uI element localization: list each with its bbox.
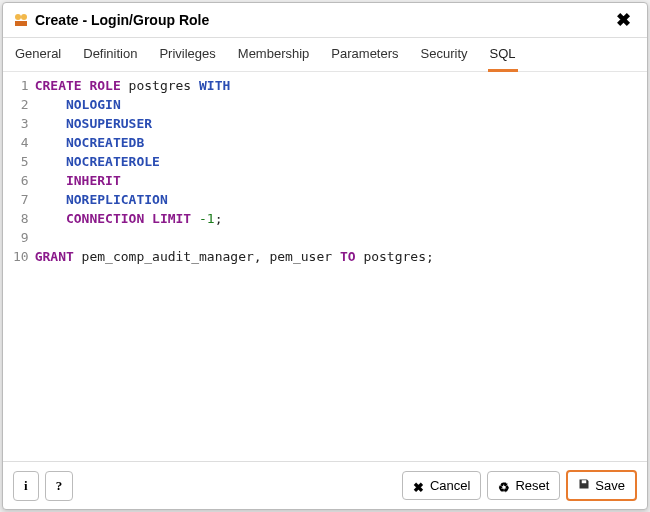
tab-privileges[interactable]: Privileges (157, 38, 217, 71)
tab-definition[interactable]: Definition (81, 38, 139, 71)
svg-point-1 (21, 14, 27, 20)
footer: i ? ✖ Cancel ♻ Reset Save (3, 461, 647, 509)
info-icon: i (24, 478, 28, 494)
titlebar: Create - Login/Group Role ✖ (3, 3, 647, 38)
line-gutter: 12345678910 (3, 76, 35, 461)
code-line: NOLOGIN (35, 95, 637, 114)
save-button[interactable]: Save (566, 470, 637, 501)
code-line: CREATE ROLE postgres WITH (35, 76, 637, 95)
reset-button[interactable]: ♻ Reset (487, 471, 560, 500)
tab-security[interactable]: Security (419, 38, 470, 71)
info-button[interactable]: i (13, 471, 39, 501)
cancel-button[interactable]: ✖ Cancel (402, 471, 481, 500)
tab-membership[interactable]: Membership (236, 38, 312, 71)
close-icon[interactable]: ✖ (610, 9, 637, 31)
recycle-icon: ♻ (498, 480, 510, 492)
code-line: NOSUPERUSER (35, 114, 637, 133)
save-icon (578, 478, 590, 493)
cancel-icon: ✖ (413, 480, 425, 492)
code-content: CREATE ROLE postgres WITH NOLOGIN NOSUPE… (35, 76, 647, 461)
help-button[interactable]: ? (45, 471, 74, 501)
save-label: Save (595, 478, 625, 493)
reset-label: Reset (515, 478, 549, 493)
svg-point-0 (15, 14, 21, 20)
dialog-title: Create - Login/Group Role (35, 12, 610, 28)
tabs: General Definition Privileges Membership… (3, 38, 647, 72)
svg-rect-3 (21, 21, 27, 26)
create-role-dialog: Create - Login/Group Role ✖ General Defi… (2, 2, 648, 510)
sql-editor[interactable]: 12345678910 CREATE ROLE postgres WITH NO… (3, 72, 647, 461)
tab-sql[interactable]: SQL (488, 38, 518, 72)
help-icon: ? (56, 478, 63, 494)
tab-parameters[interactable]: Parameters (329, 38, 400, 71)
role-icon (13, 12, 29, 28)
svg-rect-2 (15, 21, 21, 26)
code-line: INHERIT (35, 171, 637, 190)
code-line: NOREPLICATION (35, 190, 637, 209)
code-line: NOCREATEROLE (35, 152, 637, 171)
code-line: GRANT pem_comp_audit_manager, pem_user T… (35, 247, 637, 266)
code-line: CONNECTION LIMIT -1; (35, 209, 637, 228)
code-line: NOCREATEDB (35, 133, 637, 152)
code-line (35, 228, 637, 247)
tab-general[interactable]: General (13, 38, 63, 71)
cancel-label: Cancel (430, 478, 470, 493)
